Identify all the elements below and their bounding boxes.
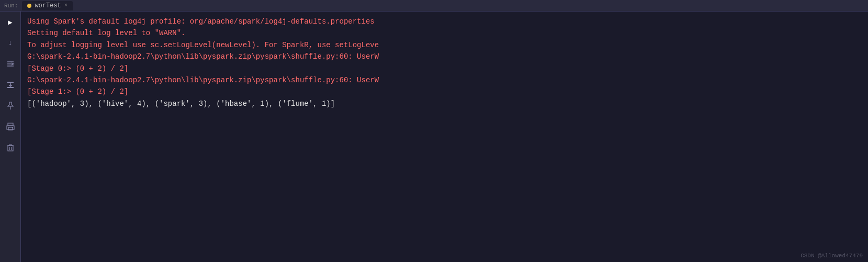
console-line-2: Setting default log level to "WARN". (27, 27, 862, 39)
svg-rect-3 (7, 82, 14, 83)
console-area: Using Spark's default log4j profile: org… (21, 12, 868, 262)
console-line-5: [Stage 0:> (0 + 2) / 2] (27, 63, 862, 74)
top-bar: Run: worTest × (0, 0, 868, 12)
tab[interactable]: worTest × (22, 1, 72, 10)
sidebar: ▶ ↓ (0, 12, 21, 262)
console-line-6: G:\spark-2.4.1-bin-hadoop2.7\python\lib\… (27, 74, 862, 86)
svg-rect-4 (7, 87, 14, 88)
console-line-4: G:\spark-2.4.1-bin-hadoop2.7\python\lib\… (27, 51, 862, 62)
svg-point-9 (12, 127, 13, 128)
svg-rect-10 (8, 146, 13, 151)
watermark: CSDN @Allowed47479 (801, 253, 863, 259)
tab-name: worTest (35, 2, 61, 9)
tab-dot (27, 4, 31, 8)
console-line-3: To adjust logging level use sc.setLogLev… (27, 39, 862, 51)
wrap-icon[interactable] (4, 58, 17, 70)
delete-icon[interactable] (4, 141, 17, 154)
run-label: Run: (4, 3, 18, 9)
console-line-1: Using Spark's default log4j profile: org… (27, 16, 862, 27)
tab-close-button[interactable]: × (64, 3, 67, 8)
console-line-7: [Stage 1:> (0 + 2) / 2] (27, 86, 862, 97)
svg-rect-6 (8, 123, 13, 126)
pin-icon[interactable] (4, 100, 17, 112)
down-arrow-icon[interactable]: ↓ (4, 37, 17, 49)
console-line-8: [('hadoop', 3), ('hive', 4), ('spark', 3… (27, 98, 862, 110)
main-container: ▶ ↓ (0, 12, 868, 262)
print-icon[interactable] (4, 121, 17, 133)
play-icon[interactable]: ▶ (4, 16, 17, 28)
import-icon[interactable] (4, 79, 17, 91)
